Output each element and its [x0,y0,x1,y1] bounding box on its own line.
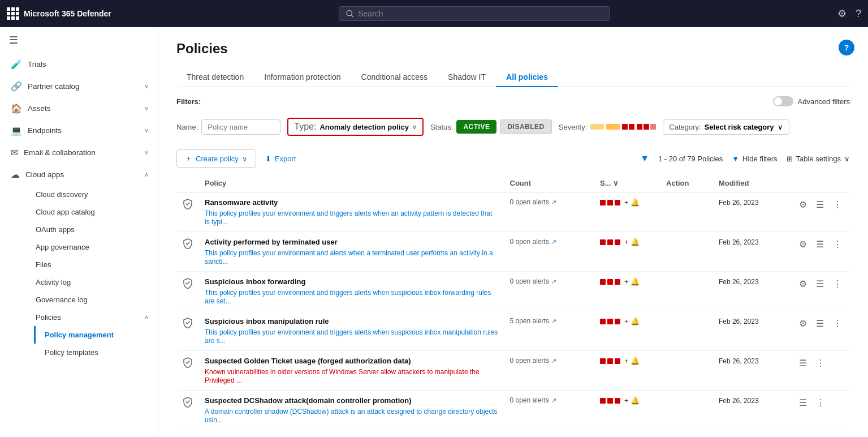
search-input[interactable] [358,9,603,18]
tab-information-protection[interactable]: Information protection [254,68,351,87]
sidebar-sub-label: Cloud discovery [36,190,88,199]
help-icon[interactable]: ? [856,8,861,20]
bell-icon[interactable]: 🔔 [631,238,640,246]
alert-count: 0 open alerts ↗ [504,192,594,232]
external-link-icon[interactable]: ↗ [551,318,556,325]
settings-button[interactable]: ⚙ [797,238,809,251]
sidebar-item-assets[interactable]: 🏠 Assets ∨ [0,97,158,119]
list-button[interactable]: ☰ [797,396,809,409]
more-options-button[interactable]: ⋮ [831,198,844,211]
settings-button[interactable]: ⚙ [797,317,809,330]
list-button[interactable]: ☰ [814,317,826,330]
row-options: ⚙ ☰ ⋮ [791,272,850,311]
chevron-down-icon: ∨ [144,105,149,112]
more-options-button[interactable]: ⋮ [814,357,827,370]
modified-date: Feb 26, 2023 [713,311,791,351]
tab-shadow-it[interactable]: Shadow IT [438,68,496,87]
sidebar-toggle[interactable]: ☰ [0,27,158,53]
advanced-filters-toggle[interactable] [773,96,793,106]
severity-bars: + 🔔 [600,198,655,207]
sidebar-item-label: Partner catalog [28,82,80,91]
external-link-icon[interactable]: ↗ [551,357,556,365]
tab-conditional-access[interactable]: Conditional access [351,68,438,87]
policy-name[interactable]: Suspicious inbox manipulation rule [205,317,499,325]
export-button[interactable]: ⬇ Export [265,155,296,163]
list-button[interactable]: ☰ [814,198,826,211]
bell-icon[interactable]: 🔔 [631,277,640,286]
sidebar-item-policy-management[interactable]: Policy management [34,326,158,344]
settings-button[interactable]: ⚙ [797,277,809,290]
table-settings-icon: ⊞ [787,155,793,163]
waffle-icon[interactable] [7,7,19,20]
name-filter-input[interactable] [201,119,280,135]
settings-button[interactable]: ⚙ [797,198,809,211]
status-disabled-button[interactable]: DISABLED [500,119,551,134]
policy-name[interactable]: Ransomware activity [205,198,499,207]
app-title: Microsoft 365 Defender [24,9,111,18]
bell-icon[interactable]: 🔔 [631,317,640,325]
hide-filters-button[interactable]: ▼ Hide filters [732,155,777,163]
sidebar-item-policy-templates[interactable]: Policy templates [34,344,158,361]
external-link-icon[interactable]: ↗ [551,397,556,404]
sidebar-item-app-governance[interactable]: App governance [25,238,158,256]
sidebar-item-oauth-apps[interactable]: OAuth apps [25,221,158,238]
policy-name[interactable]: Suspicious inbox forwarding [205,277,499,286]
more-options-button[interactable]: ⋮ [831,317,844,330]
list-button[interactable]: ☰ [814,238,826,251]
advanced-filters-label: Advanced filters [798,97,850,106]
type-filter-box[interactable]: Type: Anomaly detection policy ∨ [287,118,424,136]
filter-bar: Name: Type: Anomaly detection policy ∨ S… [176,113,850,140]
results-count: 1 - 20 of 79 Policies [658,155,723,163]
help-button[interactable]: ? [839,40,854,55]
external-link-icon[interactable]: ↗ [551,278,556,285]
cloud-apps-icon: ☁ [11,169,20,180]
row-icon [176,391,199,430]
table-settings-button[interactable]: ⊞ Table settings ∨ [787,155,850,163]
search-box[interactable] [339,6,610,21]
sidebar-item-partner-catalog[interactable]: 🔗 Partner catalog ∨ [0,75,158,97]
sidebar-item-cloud-apps[interactable]: ☁ Cloud apps ∧ [0,164,158,186]
sidebar-item-cloud-discovery[interactable]: Cloud discovery [25,186,158,203]
external-link-icon[interactable]: ↗ [551,238,556,246]
bell-icon[interactable]: 🔔 [631,357,640,365]
create-policy-button[interactable]: ＋ Create policy ∨ [176,149,256,168]
tab-all-policies[interactable]: All policies [496,68,558,87]
list-button[interactable]: ☰ [797,357,809,370]
bell-icon[interactable]: 🔔 [631,198,640,207]
sidebar-item-activity-log[interactable]: Activity log [25,273,158,291]
policy-name[interactable]: Suspected DCShadow attack(domain control… [205,396,499,405]
list-button[interactable]: ☰ [814,277,826,290]
bell-icon[interactable]: 🔔 [631,396,640,405]
external-link-icon[interactable]: ↗ [551,199,556,206]
sidebar-item-governance-log[interactable]: Governance log [25,291,158,309]
sidebar-item-files[interactable]: Files [25,256,158,273]
more-options-button[interactable]: ⋮ [831,277,844,290]
policy-desc: This policy profiles your environment an… [205,209,492,226]
category-filter[interactable]: Category: Select risk category ∨ [663,119,789,135]
name-filter-group: Name: [176,119,280,135]
svg-line-1 [351,15,353,17]
settings-icon[interactable]: ⚙ [837,7,847,20]
sidebar-item-trials[interactable]: 🧪 Trials [0,53,158,75]
col-count-header: Count [504,174,594,192]
plus-icon: + [624,357,629,365]
policy-info: Suspected Golden Ticket usage (forged au… [199,351,504,391]
chevron-down-icon: ∨ [242,155,248,163]
sidebar-item-endpoints[interactable]: 💻 Endpoints ∨ [0,119,158,142]
status-active-button[interactable]: ACTIVE [456,120,496,134]
sidebar-item-email-collab[interactable]: ✉ Email & collaboration ∨ [0,142,158,164]
sidebar-sub-label: Policy templates [45,348,98,357]
severity-medium-indicator [606,124,620,130]
more-options-button[interactable]: ⋮ [831,238,844,251]
sidebar-item-policies[interactable]: Policies ∧ [25,309,158,326]
policy-info: Ransomware activity This policy profiles… [199,192,504,232]
alert-count: 0 open alerts ↗ [504,272,594,311]
policy-name[interactable]: Activity performed by terminated user [205,238,499,246]
sidebar-item-cloud-app-catalog[interactable]: Cloud app catalog [25,203,158,221]
severity-selector[interactable] [590,124,656,130]
col-severity-header[interactable]: S... ∨ [594,174,660,192]
tab-threat-detection[interactable]: Threat detection [176,68,254,87]
policy-name[interactable]: Suspected Golden Ticket usage (forged au… [205,357,499,365]
policy-info: Suspected DCShadow attack(domain control… [199,391,504,430]
more-options-button[interactable]: ⋮ [814,396,827,409]
